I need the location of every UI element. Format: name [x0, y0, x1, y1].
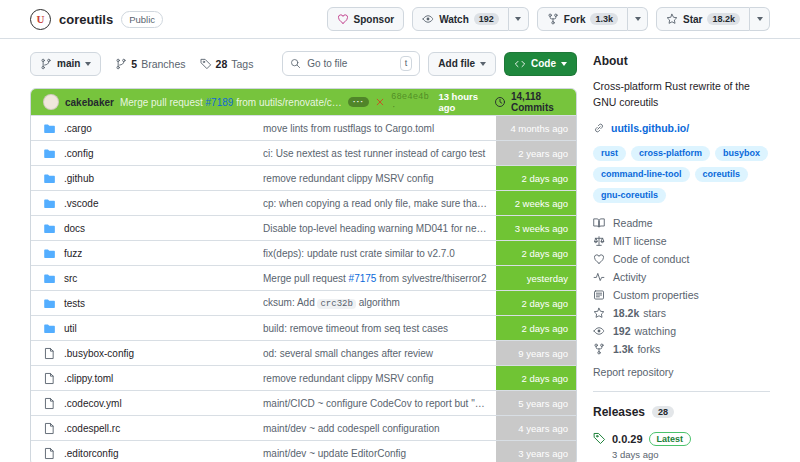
org-avatar[interactable]: U	[30, 9, 51, 30]
commit-age-cell[interactable]: 3 weeks ago	[496, 216, 576, 240]
commit-message-text: Merge pull request	[120, 97, 206, 108]
branch-selector[interactable]: main	[30, 52, 101, 76]
topic-tag[interactable]: command-line-tool	[593, 167, 690, 182]
table-row: docs Disable top-level heading warning M…	[31, 215, 576, 240]
file-name-link[interactable]: .github	[64, 173, 94, 184]
topic-tag[interactable]: cross-platform	[631, 146, 710, 161]
commit-history-link[interactable]: 14,118 Commits	[494, 91, 567, 113]
table-row: .editorconfig maint/dev ~ update EditorC…	[31, 440, 576, 462]
code-label: Code	[531, 58, 556, 69]
sponsor-button[interactable]: Sponsor	[327, 7, 405, 31]
commit-message[interactable]: Merge pull request #7189 from uutils/ren…	[120, 97, 342, 108]
code-icon	[514, 58, 526, 70]
releases-heading[interactable]: Releases 28	[593, 405, 770, 419]
watch-button[interactable]: Watch 192	[412, 7, 509, 31]
file-name-link[interactable]: .clippy.toml	[64, 373, 113, 384]
commit-age-cell[interactable]: 2 days ago	[496, 291, 576, 315]
commit-message-link[interactable]: remove redundant clippy MSRV config	[263, 373, 496, 384]
watch-dropdown-button[interactable]	[509, 7, 529, 31]
sidebar-info-item[interactable]: 18.2k stars	[593, 307, 770, 319]
info-value: 192	[613, 325, 631, 337]
go-to-file-input[interactable]: Go to file t	[282, 51, 420, 76]
commit-age-cell[interactable]: 2 weeks ago	[496, 191, 576, 215]
sidebar-info-item[interactable]: Code of conduct	[593, 253, 770, 265]
sidebar-info-item[interactable]: Custom properties	[593, 289, 770, 301]
file-name-link[interactable]: src	[64, 273, 77, 284]
topic-tag[interactable]: busybox	[715, 146, 768, 161]
commit-message-link[interactable]: maint/CICD ~ configure CodeCov to report…	[263, 398, 496, 409]
commit-message-link[interactable]: fix(deps): update rust crate similar to …	[263, 248, 496, 259]
report-repository-link[interactable]: Report repository	[593, 366, 770, 378]
file-name-link[interactable]: util	[64, 323, 77, 334]
commit-age-cell[interactable]: 9 years ago	[496, 341, 576, 365]
file-name-link[interactable]: fuzz	[64, 248, 82, 259]
branches-link[interactable]: 5 Branches	[115, 58, 185, 70]
commit-meta: 68e4e4b · 13 hours ago 14,118 Commits	[391, 91, 567, 113]
file-name-link[interactable]: .codecov.yml	[64, 398, 122, 409]
file-name-link[interactable]: .config	[64, 148, 93, 159]
topic-tag[interactable]: coreutils	[695, 167, 749, 182]
fork-button[interactable]: Fork 1.3k	[537, 7, 628, 31]
commit-message-link[interactable]: cksum: Add crc32b algorithm	[263, 297, 496, 309]
sidebar-info-item[interactable]: 192 watching	[593, 325, 770, 337]
info-label: Activity	[613, 271, 646, 283]
commit-age-cell[interactable]: 3 years ago	[496, 441, 576, 462]
file-name-link[interactable]: .vscode	[64, 198, 98, 209]
latest-release-link[interactable]: 0.0.29 Latest	[593, 432, 770, 446]
law-icon	[593, 235, 605, 247]
sidebar-info-item[interactable]: MIT license	[593, 235, 770, 247]
sidebar-info-item[interactable]: Activity	[593, 271, 770, 283]
topic-tag[interactable]: gnu-coreutils	[593, 188, 666, 203]
visibility-badge: Public	[121, 11, 163, 28]
commit-kebab-button[interactable]: ···	[348, 97, 369, 107]
commit-hash[interactable]: 68e4e4b ·	[391, 92, 429, 112]
table-row: fuzz fix(deps): update rust crate simila…	[31, 240, 576, 265]
commit-age-cell[interactable]: 2 days ago	[496, 316, 576, 340]
commit-age-cell[interactable]: 2 days ago	[496, 166, 576, 190]
watch-split-button: Watch 192	[412, 7, 529, 31]
file-name-link[interactable]: .editorconfig	[64, 448, 118, 459]
code-button[interactable]: Code	[504, 52, 577, 76]
commit-message-link[interactable]: maint/dev ~ update EditorConfig	[263, 448, 496, 459]
file-name-link[interactable]: docs	[64, 223, 85, 234]
commit-age-cell[interactable]: 4 years ago	[496, 416, 576, 440]
commit-message-link[interactable]: Disable top-level heading warning MD041 …	[263, 223, 496, 234]
add-file-button[interactable]: Add file	[428, 52, 496, 76]
file-table-body: .cargo move lints from rustflags to Carg…	[31, 115, 576, 462]
commit-age-cell[interactable]: yesterday	[496, 266, 576, 290]
search-placeholder: Go to file	[307, 58, 347, 69]
fork-dropdown-button[interactable]	[628, 7, 648, 31]
file-name-link[interactable]: .busybox-config	[64, 348, 134, 359]
commit-age-cell[interactable]: 5 years ago	[496, 391, 576, 415]
info-label: Code of conduct	[613, 253, 689, 265]
avatar[interactable]	[43, 94, 59, 110]
commit-message-link[interactable]: maint/dev ~ add codespell configuration	[263, 423, 496, 434]
sidebar-info-item[interactable]: Readme	[593, 217, 770, 229]
commit-age-cell[interactable]: 4 months ago	[496, 116, 576, 140]
file-name-link[interactable]: tests	[64, 298, 85, 309]
commit-age-cell[interactable]: 2 days ago	[496, 241, 576, 265]
commit-message-link[interactable]: remove redundant clippy MSRV config	[263, 173, 496, 184]
commit-age-cell[interactable]: 2 years ago	[496, 141, 576, 165]
commit-message-link[interactable]: Merge pull request #7175 from sylvestre/…	[263, 273, 496, 284]
check-failed-icon[interactable]	[375, 97, 385, 107]
commit-message-link[interactable]: ci: Use nextest as test runner instead o…	[263, 148, 496, 159]
star-dropdown-button[interactable]	[750, 7, 770, 31]
commit-message-link[interactable]: build: remove timeout from seq test case…	[263, 323, 496, 334]
website-link[interactable]: uutils.github.io/	[593, 122, 770, 134]
pr-link[interactable]: #7189	[206, 97, 234, 108]
chevron-down-icon	[480, 62, 486, 66]
commit-message-link[interactable]: od: several small changes after review	[263, 348, 496, 359]
commit-message-link[interactable]: move lints from rustflags to Cargo.toml	[263, 123, 496, 134]
sidebar-info-item[interactable]: 1.3k forks	[593, 343, 770, 355]
file-name-link[interactable]: .codespell.rc	[64, 423, 120, 434]
repo-title[interactable]: coreutils	[59, 12, 113, 27]
star-button[interactable]: Star 18.2k	[656, 7, 750, 31]
commit-author[interactable]: cakebaker	[65, 97, 114, 108]
tags-link[interactable]: 28 Tags	[200, 58, 254, 70]
file-name-link[interactable]: .cargo	[64, 123, 92, 134]
topic-tag[interactable]: rust	[593, 146, 626, 161]
commit-message-link[interactable]: cp: when copying a read only file, make …	[263, 198, 496, 209]
commit-age-cell[interactable]: 2 days ago	[496, 366, 576, 390]
release-time: 3 days ago	[612, 449, 770, 460]
